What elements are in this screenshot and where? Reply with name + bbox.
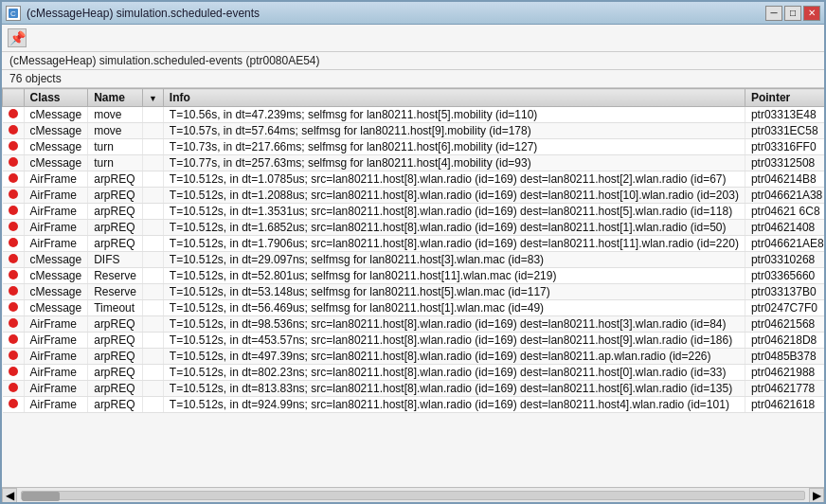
- table-row[interactable]: cMessageTimeoutT=10.512s, in dt=56.469us…: [3, 300, 825, 316]
- row-pointer: ptr04621988: [745, 365, 824, 381]
- col-sort[interactable]: ▼: [142, 89, 163, 107]
- table-row[interactable]: cMessageReserveT=10.512s, in dt=52.801us…: [3, 268, 825, 284]
- row-sep: [142, 316, 163, 333]
- col-info[interactable]: Info: [163, 89, 745, 107]
- row-sep: [142, 155, 163, 171]
- horizontal-scrollbar[interactable]: ◀ ▶: [2, 487, 824, 502]
- sort-arrow-icon: ▼: [149, 94, 157, 103]
- table-row[interactable]: AirFramearpREQT=10.512s, in dt=453.57ns;…: [3, 333, 825, 349]
- row-class: AirFrame: [24, 204, 88, 220]
- info-bar: (cMessageHeap) simulation.scheduled-even…: [2, 52, 824, 70]
- row-sep: [142, 300, 163, 316]
- row-pointer: ptr04621 6C8: [745, 204, 824, 220]
- status-dot: [9, 157, 18, 167]
- row-dot-cell: [3, 171, 25, 188]
- table-scroll[interactable]: Class Name ▼ Info Pointer cMessagemoveT=…: [2, 88, 824, 487]
- table-row[interactable]: AirFramearpREQT=10.512s, in dt=1.7906us;…: [3, 236, 825, 252]
- table-row[interactable]: AirFramearpREQT=10.512s, in dt=924.99ns;…: [3, 397, 825, 413]
- row-name: arpREQ: [88, 333, 143, 349]
- scrollbar-thumb[interactable]: [22, 492, 60, 501]
- table-row[interactable]: AirFramearpREQT=10.512s, in dt=813.83ns;…: [3, 381, 825, 397]
- row-info: T=10.77s, in dt=257.63ms; selfmsg for la…: [163, 155, 745, 171]
- row-dot-cell: [3, 365, 25, 381]
- row-class: AirFrame: [24, 397, 88, 413]
- main-window: C (cMessageHeap) simulation.scheduled-ev…: [0, 0, 826, 504]
- row-dot-cell: [3, 381, 25, 397]
- svg-text:C: C: [10, 9, 16, 18]
- row-pointer: ptr03365660: [745, 268, 824, 284]
- row-class: cMessage: [24, 155, 88, 171]
- status-dot: [9, 286, 18, 296]
- title-bar: C (cMessageHeap) simulation.scheduled-ev…: [2, 2, 824, 25]
- table-row[interactable]: AirFramearpREQT=10.512s, in dt=1.2088us;…: [3, 188, 825, 204]
- row-class: cMessage: [24, 284, 88, 300]
- col-name[interactable]: Name: [88, 89, 143, 107]
- table-row[interactable]: AirFramearpREQT=10.512s, in dt=1.6852us;…: [3, 220, 825, 236]
- row-info: T=10.57s, in dt=57.64ms; selfmsg for lan…: [163, 123, 745, 139]
- table-row[interactable]: cMessageturnT=10.77s, in dt=257.63ms; se…: [3, 155, 825, 171]
- status-dot: [9, 206, 18, 215]
- maximize-button[interactable]: □: [784, 6, 801, 21]
- table-body: cMessagemoveT=10.56s, in dt=47.239ms; se…: [3, 107, 825, 413]
- row-name: move: [88, 107, 143, 123]
- row-class: AirFrame: [24, 171, 88, 188]
- scroll-left-button[interactable]: ◀: [2, 488, 17, 503]
- row-name: move: [88, 123, 143, 139]
- scroll-right-button[interactable]: ▶: [809, 488, 824, 503]
- row-pointer: ptr0247C7F0: [745, 300, 824, 316]
- col-pointer[interactable]: Pointer: [745, 89, 824, 107]
- row-pointer: ptr033137B0: [745, 284, 824, 300]
- status-dot: [9, 367, 18, 376]
- row-info: T=10.512s, in dt=802.23ns; src=lan80211.…: [163, 365, 745, 381]
- row-dot-cell: [3, 220, 25, 236]
- row-sep: [142, 204, 163, 220]
- col-dot: [3, 89, 25, 107]
- table-row[interactable]: AirFramearpREQT=10.512s, in dt=802.23ns;…: [3, 365, 825, 381]
- row-pointer: ptr04621618: [745, 397, 824, 413]
- row-pointer: ptr046214B8: [745, 171, 824, 188]
- row-info: T=10.512s, in dt=1.7906us; src=lan80211.…: [163, 236, 745, 252]
- table-row[interactable]: AirFramearpREQT=10.512s, in dt=1.3531us;…: [3, 204, 825, 220]
- count-bar: 76 objects: [2, 70, 824, 88]
- table-row[interactable]: cMessagemoveT=10.56s, in dt=47.239ms; se…: [3, 107, 825, 123]
- row-dot-cell: [3, 188, 25, 204]
- row-info: T=10.512s, in dt=1.6852us; src=lan80211.…: [163, 220, 745, 236]
- row-pointer: ptr046621AE8: [745, 236, 824, 252]
- table-row[interactable]: AirFramearpREQT=10.512s, in dt=497.39ns;…: [3, 349, 825, 365]
- minimize-button[interactable]: ─: [765, 6, 782, 21]
- row-class: AirFrame: [24, 381, 88, 397]
- status-dot: [9, 334, 18, 344]
- table-row[interactable]: cMessageturnT=10.73s, in dt=217.66ms; se…: [3, 139, 825, 155]
- row-name: arpREQ: [88, 349, 143, 365]
- close-button[interactable]: ✕: [803, 6, 820, 21]
- row-pointer: ptr03313E48: [745, 107, 824, 123]
- status-dot: [9, 302, 18, 312]
- row-dot-cell: [3, 333, 25, 349]
- status-dot: [9, 125, 18, 135]
- row-class: AirFrame: [24, 349, 88, 365]
- scrollbar-track[interactable]: [21, 491, 805, 500]
- table-row[interactable]: cMessagemoveT=10.57s, in dt=57.64ms; sel…: [3, 123, 825, 139]
- table-row[interactable]: cMessageReserveT=10.512s, in dt=53.148us…: [3, 284, 825, 300]
- row-sep: [142, 236, 163, 252]
- table-row[interactable]: cMessageDIFST=10.512s, in dt=29.097ns; s…: [3, 252, 825, 268]
- object-count: 76 objects: [9, 72, 62, 85]
- table-row[interactable]: AirFramearpREQT=10.512s, in dt=1.0785us;…: [3, 171, 825, 188]
- table-row[interactable]: AirFramearpREQT=10.512s, in dt=98.536ns;…: [3, 316, 825, 333]
- row-pointer: ptr04621568: [745, 316, 824, 333]
- row-class: AirFrame: [24, 236, 88, 252]
- row-name: DIFS: [88, 252, 143, 268]
- row-name: arpREQ: [88, 316, 143, 333]
- row-name: arpREQ: [88, 381, 143, 397]
- row-sep: [142, 139, 163, 155]
- pin-button[interactable]: 📌: [8, 28, 27, 47]
- row-dot-cell: [3, 316, 25, 333]
- row-info: T=10.512s, in dt=98.536ns; src=lan80211.…: [163, 316, 745, 333]
- status-dot: [9, 318, 18, 328]
- row-class: AirFrame: [24, 365, 88, 381]
- row-class: cMessage: [24, 123, 88, 139]
- row-sep: [142, 171, 163, 188]
- row-class: cMessage: [24, 107, 88, 123]
- col-class[interactable]: Class: [24, 89, 88, 107]
- row-pointer: ptr046621A38: [745, 188, 824, 204]
